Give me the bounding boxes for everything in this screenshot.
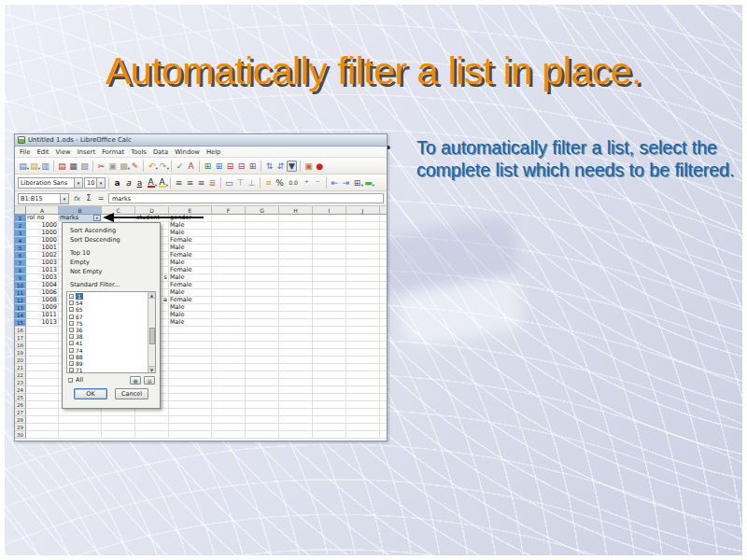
cell-f18[interactable] bbox=[212, 342, 246, 349]
undo-button[interactable]: ↶▾ bbox=[147, 161, 157, 172]
cell-k12[interactable] bbox=[380, 297, 387, 304]
select-all-corner[interactable] bbox=[15, 206, 26, 215]
cell-f6[interactable] bbox=[212, 252, 246, 259]
cell-h18[interactable] bbox=[279, 342, 313, 349]
sum-icon[interactable]: Σ bbox=[84, 194, 93, 203]
cell-j10[interactable] bbox=[346, 282, 380, 289]
cell-a16[interactable] bbox=[26, 327, 59, 334]
filter-value-row-67[interactable]: ✓67 bbox=[67, 314, 148, 320]
cell-i5[interactable] bbox=[313, 245, 346, 252]
cell-g1[interactable] bbox=[246, 215, 279, 222]
cell-i14[interactable] bbox=[313, 312, 346, 319]
row-header-1[interactable]: 1 bbox=[15, 215, 26, 222]
percent-button[interactable]: % bbox=[275, 177, 285, 189]
cell-e27[interactable] bbox=[169, 409, 212, 416]
cell-f9[interactable] bbox=[212, 274, 246, 282]
cell-i28[interactable] bbox=[313, 416, 346, 424]
cell-h24[interactable] bbox=[279, 386, 313, 394]
row-header-28[interactable]: 28 bbox=[15, 416, 26, 424]
row-header-14[interactable]: 14 bbox=[15, 312, 26, 319]
check-all-button[interactable]: ▦ bbox=[130, 376, 141, 385]
cell-g26[interactable] bbox=[246, 401, 279, 409]
font-size-combo[interactable]: 10 ▾ bbox=[84, 177, 106, 189]
value-checkbox[interactable]: ✓ bbox=[69, 348, 74, 353]
cell-g23[interactable] bbox=[246, 379, 279, 386]
redo-dropdown-icon[interactable]: ▾ bbox=[167, 167, 169, 171]
row-header-7[interactable]: 7 bbox=[15, 259, 26, 267]
cell-e29[interactable] bbox=[169, 424, 212, 431]
cell-i26[interactable] bbox=[313, 401, 346, 409]
cell-g20[interactable] bbox=[246, 357, 279, 364]
cell-f15[interactable] bbox=[212, 319, 246, 327]
filter-value-row-65[interactable]: ✓65 bbox=[67, 306, 148, 313]
cell-e18[interactable] bbox=[169, 342, 212, 349]
cell-f3[interactable] bbox=[212, 230, 246, 237]
cell-f24[interactable] bbox=[212, 386, 246, 394]
cell-i18[interactable] bbox=[313, 342, 346, 349]
cell-c29[interactable] bbox=[102, 424, 135, 431]
value-checkbox[interactable]: ✓ bbox=[69, 355, 74, 359]
menu-tools[interactable]: Tools bbox=[131, 148, 147, 156]
cell-b30[interactable] bbox=[59, 431, 102, 439]
cell-f19[interactable] bbox=[212, 349, 246, 357]
cell-i9[interactable] bbox=[313, 274, 346, 282]
cell-a12[interactable]: 1008 bbox=[26, 297, 59, 304]
cell-f10[interactable] bbox=[212, 282, 246, 289]
cell-h2[interactable] bbox=[279, 222, 313, 230]
cell-g30[interactable] bbox=[246, 431, 279, 439]
save-document-button[interactable]: ▥ bbox=[40, 161, 50, 172]
row-header-23[interactable]: 23 bbox=[15, 379, 26, 386]
cell-h1[interactable] bbox=[279, 215, 313, 222]
cell-g29[interactable] bbox=[246, 424, 279, 431]
cell-g10[interactable] bbox=[246, 282, 279, 289]
spellcheck-button[interactable]: ✓ bbox=[175, 161, 185, 172]
cell-h16[interactable] bbox=[279, 327, 313, 334]
bold-button[interactable]: a bbox=[112, 177, 122, 189]
cell-a5[interactable]: 1001 bbox=[26, 245, 59, 252]
cell-h5[interactable] bbox=[279, 245, 313, 252]
cell-g4[interactable] bbox=[246, 237, 279, 245]
cell-k27[interactable] bbox=[380, 409, 387, 416]
cell-j2[interactable] bbox=[346, 222, 380, 230]
cell-i3[interactable] bbox=[313, 230, 346, 237]
cell-j4[interactable] bbox=[346, 237, 380, 245]
cell-k1[interactable] bbox=[380, 215, 387, 222]
cell-f8[interactable] bbox=[212, 267, 246, 274]
column-header-f[interactable]: F bbox=[212, 206, 246, 215]
cell-j28[interactable] bbox=[346, 416, 380, 424]
autofilter-dropdown-button[interactable]: ▾ bbox=[93, 215, 101, 221]
cell-i12[interactable] bbox=[313, 297, 346, 304]
cell-borders-button[interactable]: ⊞▾ bbox=[352, 177, 362, 189]
cell-f27[interactable] bbox=[212, 409, 246, 416]
cell-i22[interactable] bbox=[313, 371, 346, 379]
autofilter-item-sort-ascending[interactable]: Sort Ascending bbox=[65, 226, 157, 235]
cell-i2[interactable] bbox=[313, 222, 346, 230]
scrollbar[interactable]: ▲ ▼ bbox=[148, 292, 155, 372]
function-wizard-icon[interactable]: fx bbox=[72, 195, 81, 203]
row-header-12[interactable]: 12 bbox=[15, 297, 26, 304]
currency-button[interactable]: ¤ bbox=[263, 177, 274, 189]
cell-a9[interactable]: 1003 bbox=[26, 274, 59, 282]
cell-g28[interactable] bbox=[246, 416, 279, 424]
cell-g21[interactable] bbox=[246, 364, 279, 371]
row-header-25[interactable]: 25 bbox=[15, 394, 26, 401]
cell-k20[interactable] bbox=[380, 357, 387, 364]
row-header-4[interactable]: 4 bbox=[15, 237, 26, 245]
cell-k6[interactable] bbox=[380, 252, 387, 259]
cell-f21[interactable] bbox=[212, 364, 246, 371]
export-pdf-button[interactable]: ▤ bbox=[57, 161, 67, 172]
cell-g19[interactable] bbox=[246, 349, 279, 357]
cell-k30[interactable] bbox=[380, 431, 387, 439]
cell-i23[interactable] bbox=[313, 379, 346, 386]
cell-h30[interactable] bbox=[279, 431, 313, 439]
cell-e23[interactable] bbox=[169, 379, 212, 386]
menu-file[interactable]: File bbox=[20, 148, 30, 156]
cell-k18[interactable] bbox=[380, 342, 387, 349]
row-header-15[interactable]: 15 bbox=[15, 319, 26, 327]
cell-g18[interactable] bbox=[246, 342, 279, 349]
cell-f11[interactable] bbox=[212, 289, 246, 297]
cell-j21[interactable] bbox=[346, 364, 380, 371]
row-header-3[interactable]: 3 bbox=[15, 230, 26, 237]
cell-b1[interactable]: marks▾ bbox=[59, 215, 102, 222]
cell-f7[interactable] bbox=[212, 259, 246, 267]
